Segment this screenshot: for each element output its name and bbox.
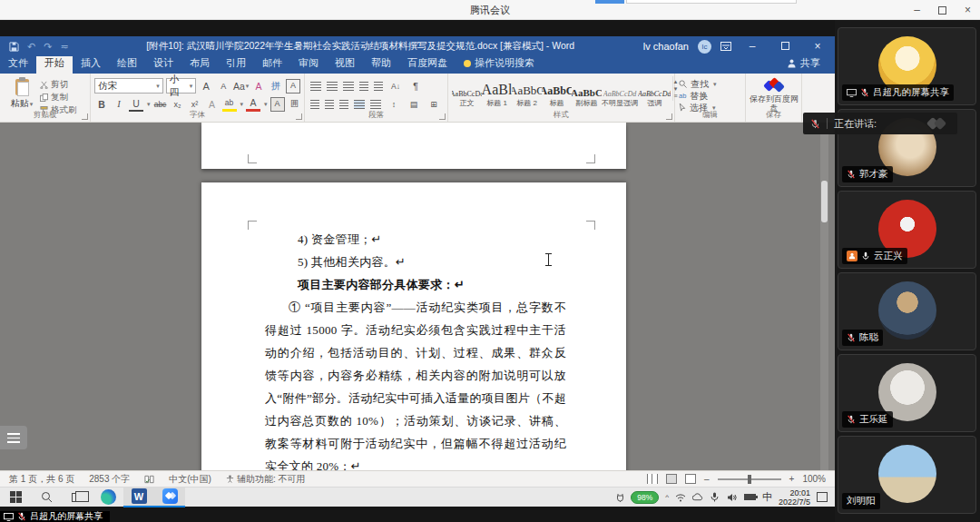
taskbar-clock[interactable]: 20:01 2022/7/5: [779, 488, 810, 507]
cut-button[interactable]: 剪切: [40, 79, 77, 91]
proofing-icon[interactable]: [144, 475, 154, 484]
word-count[interactable]: 2853 个字: [89, 473, 130, 486]
page-indicator[interactable]: 第 1 页，共 6 页: [9, 473, 74, 486]
start-button[interactable]: [0, 488, 31, 507]
redo-icon[interactable]: ↷: [44, 41, 52, 53]
battery-icon[interactable]: [744, 494, 756, 500]
participant-tile[interactable]: 刘明阳: [838, 436, 976, 514]
taskbar-tencent-meeting[interactable]: [154, 488, 185, 507]
tab-layout[interactable]: 布局: [181, 54, 218, 74]
speaker-icon[interactable]: [727, 492, 738, 503]
tab-review[interactable]: 审阅: [290, 54, 327, 74]
vertical-scrollbar[interactable]: [820, 123, 828, 470]
font-dialog-launcher[interactable]: [296, 113, 302, 120]
zoom-out-button[interactable]: –: [704, 474, 710, 484]
clear-formatting-button[interactable]: A: [251, 79, 266, 94]
style-title[interactable]: AaBbC 标题: [542, 76, 572, 108]
tab-insert[interactable]: 插入: [73, 54, 109, 74]
signed-in-user[interactable]: lv chaofan: [643, 41, 689, 52]
task-view-button[interactable]: [62, 488, 93, 507]
distribute-icon[interactable]: [370, 100, 381, 109]
tab-design[interactable]: 设计: [145, 54, 181, 74]
network-icon[interactable]: [675, 492, 686, 503]
meeting-minimize-button[interactable]: –: [914, 4, 920, 16]
taskbar-search-button[interactable]: [31, 488, 62, 507]
multilevel-list-icon[interactable]: [343, 82, 354, 91]
meeting-maximize-button[interactable]: [938, 6, 946, 15]
participant-tile[interactable]: 陈聪: [838, 272, 976, 350]
taskbar-edge[interactable]: [93, 488, 123, 507]
document-page[interactable]: 4) 资金管理；↵ 5) 其他相关内容。↵ 项目主要内容部分具体要求：↵ ① “…: [201, 182, 626, 470]
participant-tile[interactable]: 吕超凡的屏幕共享: [838, 27, 976, 105]
align-right-icon[interactable]: [339, 100, 348, 109]
taskbar-word[interactable]: W: [123, 488, 154, 507]
style-subtle-emphasis[interactable]: AaBbCcDd 不明显强调: [602, 76, 638, 108]
language-indicator[interactable]: 中文(中国): [169, 473, 211, 486]
style-emphasis[interactable]: AaBbCcDd 强调: [638, 76, 671, 108]
copy-button[interactable]: 复制: [40, 92, 77, 103]
cloud-icon[interactable]: [692, 492, 703, 503]
clipboard-dialog-launcher[interactable]: [82, 113, 88, 120]
style-heading2[interactable]: AaBbC 标题 2: [512, 76, 542, 108]
share-button[interactable]: 共享: [773, 54, 835, 74]
scrollbar-thumb[interactable]: [821, 181, 828, 222]
participant-tile[interactable]: 王乐延: [838, 354, 976, 432]
styles-dialog-launcher[interactable]: [666, 113, 672, 120]
tab-references[interactable]: 引用: [218, 54, 254, 74]
highlight-caret[interactable]: ▾: [240, 101, 244, 108]
save-to-baidu-button[interactable]: 保存到百度网盘: [750, 78, 798, 113]
zoom-slider[interactable]: [718, 478, 781, 480]
numbering-icon[interactable]: [327, 82, 338, 91]
microphone-icon[interactable]: [710, 492, 720, 503]
decrease-indent-icon[interactable]: [359, 82, 368, 91]
accessibility-status[interactable]: 辅助功能: 不可用: [226, 473, 306, 486]
word-close-button[interactable]: ×: [806, 40, 829, 53]
sidebar-toggle-button[interactable]: [0, 426, 27, 449]
tab-draw[interactable]: 绘图: [109, 54, 145, 74]
style-heading1[interactable]: AaBl 标题 1: [482, 76, 512, 108]
font-color-caret[interactable]: ▾: [264, 101, 268, 108]
hidden-icons-chevron[interactable]: ^: [665, 493, 669, 501]
user-avatar[interactable]: lc: [698, 40, 711, 54]
meeting-close-button[interactable]: ×: [965, 4, 971, 16]
tell-me-search[interactable]: 操作说明搜索: [456, 54, 543, 74]
paragraph-dialog-launcher[interactable]: [439, 113, 446, 120]
style-subtitle[interactable]: AaBbC 副标题: [572, 76, 602, 108]
justify-icon[interactable]: [354, 100, 365, 109]
change-case-button[interactable]: Aa▾: [233, 79, 249, 94]
grow-font-button[interactable]: A: [199, 79, 213, 94]
phonetic-guide-button[interactable]: 拼: [269, 79, 283, 94]
ribbon-display-options-icon[interactable]: [720, 42, 731, 51]
participant-tile[interactable]: 云正兴: [838, 191, 976, 269]
save-icon[interactable]: [9, 42, 19, 52]
tab-help[interactable]: 帮助: [363, 54, 399, 74]
word-restore-button[interactable]: [781, 42, 789, 50]
align-left-icon[interactable]: [310, 100, 319, 109]
word-minimize-button[interactable]: –: [740, 40, 764, 53]
font-name-combobox[interactable]: 仿宋 ▾: [94, 78, 163, 94]
tab-mailings[interactable]: 邮件: [254, 54, 290, 74]
find-button[interactable]: 查找 ▾: [679, 78, 741, 90]
style-normal[interactable]: AaBbCcDd 正文: [452, 76, 482, 108]
tab-view[interactable]: 视图: [327, 54, 363, 74]
paste-button[interactable]: 粘贴▾: [4, 77, 40, 110]
align-center-icon[interactable]: [325, 100, 334, 109]
bullets-icon[interactable]: [310, 82, 321, 91]
zoom-percent[interactable]: 100%: [802, 474, 826, 484]
document-canvas[interactable]: 4) 资金管理；↵ 5) 其他相关内容。↵ 项目主要内容部分具体要求：↵ ① “…: [0, 123, 835, 470]
qat-customize-icon[interactable]: ≂: [60, 41, 68, 53]
tab-file[interactable]: 文件: [0, 54, 36, 74]
tab-baidu-netdisk[interactable]: 百度网盘: [399, 54, 456, 74]
font-size-combobox[interactable]: 小四 ▾: [166, 78, 196, 94]
character-border-button[interactable]: A: [286, 79, 300, 94]
undo-icon[interactable]: ↶: [27, 41, 35, 53]
replace-button[interactable]: ab 替换: [679, 90, 741, 102]
battery-percentage-badge[interactable]: 98%: [631, 491, 659, 504]
tab-home[interactable]: 开始: [36, 54, 73, 74]
ime-indicator[interactable]: 中: [762, 490, 772, 504]
zoom-slider-thumb[interactable]: [748, 475, 751, 484]
action-center-icon[interactable]: [817, 492, 828, 502]
underline-caret[interactable]: ▾: [147, 101, 151, 108]
sort-button[interactable]: A↓: [388, 79, 403, 94]
web-layout-button[interactable]: [685, 474, 696, 484]
